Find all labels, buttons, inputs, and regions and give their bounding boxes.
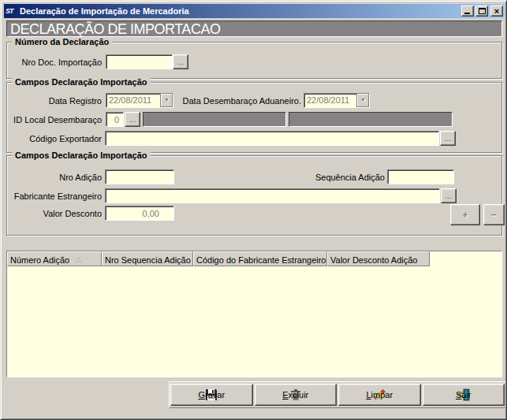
id-local-desembaraco-desc1 bbox=[143, 112, 286, 127]
fabricante-estrangeiro-input[interactable] bbox=[105, 188, 440, 203]
adicoes-grid: Número Adição△Nro Sequencia AdiçãoCódigo… bbox=[6, 251, 502, 377]
close-icon: × bbox=[491, 6, 502, 16]
grid-body[interactable] bbox=[7, 266, 501, 377]
group-numero-title: Número da Declaração bbox=[12, 37, 112, 46]
gravar-button[interactable]: Gravar bbox=[170, 384, 253, 406]
id-local-desembaraco-desc2 bbox=[289, 112, 453, 127]
maximize-icon bbox=[479, 8, 486, 14]
data-registro-value: 22/08/2011 bbox=[106, 94, 160, 107]
data-desembaraco-label: Data Desembaraço Aduaneiro. bbox=[181, 96, 301, 106]
sequencia-adicao-input[interactable] bbox=[387, 169, 454, 184]
nro-doc-importacao-input[interactable] bbox=[106, 54, 173, 69]
remove-adicao-button[interactable]: − bbox=[483, 204, 505, 225]
nro-adicao-input[interactable] bbox=[105, 169, 174, 184]
limpar-button[interactable]: Limpar bbox=[338, 384, 421, 406]
grid-column-label: Valor Desconto Adição bbox=[330, 255, 417, 266]
minimize-icon bbox=[464, 13, 470, 14]
fabricante-estrangeiro-browse-button[interactable]: ... bbox=[441, 188, 457, 203]
nro-doc-importacao-browse-button[interactable]: ... bbox=[173, 54, 188, 69]
action-label: Limpar bbox=[366, 390, 393, 400]
grid-column-header-1[interactable]: Número Adição△ bbox=[7, 251, 102, 266]
id-local-desembaraco-browse-button[interactable]: ... bbox=[125, 112, 140, 127]
group-numero-declaracao: Número da Declaração Nro Doc. Importação… bbox=[6, 42, 502, 79]
action-bar: GravarExcluirLimparSair bbox=[169, 381, 506, 408]
titlebar[interactable]: ST Declaração de Importação de Mercadori… bbox=[4, 4, 505, 18]
sequencia-adicao-label: Sequência Adição bbox=[259, 173, 385, 183]
action-label: Excluir bbox=[282, 390, 308, 400]
app-icon: ST bbox=[6, 6, 18, 17]
minimize-button[interactable] bbox=[461, 6, 474, 17]
grid-column-header-2[interactable]: Nro Sequencia Adição bbox=[102, 251, 193, 266]
close-button[interactable]: × bbox=[490, 6, 503, 17]
chevron-down-icon: ▼ bbox=[160, 94, 173, 107]
codigo-exportador-input[interactable] bbox=[105, 131, 439, 146]
data-registro-label: Data Registro bbox=[7, 96, 102, 106]
chevron-down-icon: ▼ bbox=[356, 94, 369, 107]
id-local-desembaraco-label: ID Local Desembaraço bbox=[7, 115, 102, 125]
group-campos-declaracao-1: Campos Declaração Importação Data Regist… bbox=[6, 82, 502, 153]
add-adicao-button[interactable]: + bbox=[450, 204, 480, 225]
page-title: DECLARAÇÃO DE IMPORTACAO bbox=[6, 20, 502, 37]
codigo-exportador-label: Código Exportador bbox=[7, 134, 102, 144]
fabricante-estrangeiro-label: Fabricante Estrangeiro bbox=[7, 191, 102, 202]
sair-button[interactable]: Sair bbox=[423, 384, 505, 406]
nro-doc-importacao-label: Nro Doc. Importação bbox=[7, 58, 102, 68]
window-title: Declaração de Importação de Mercadoria bbox=[20, 6, 460, 16]
grid-column-label: Número Adição bbox=[10, 255, 69, 266]
nro-adicao-label: Nro Adição bbox=[7, 173, 102, 183]
group-campos2-title: Campos Declaração Importação bbox=[12, 151, 151, 160]
codigo-exportador-browse-button[interactable]: ... bbox=[440, 131, 456, 146]
excluir-button[interactable]: Excluir bbox=[255, 384, 337, 406]
maximize-button[interactable] bbox=[475, 6, 488, 17]
id-local-desembaraco-input[interactable]: 0 bbox=[106, 112, 124, 127]
valor-desconto-label: Valor Desconto bbox=[7, 209, 102, 219]
grid-column-header-4[interactable]: Valor Desconto Adição bbox=[327, 251, 430, 266]
valor-desconto-input[interactable]: 0,00 bbox=[105, 206, 174, 221]
data-registro-combo: 22/08/2011 ▼ bbox=[106, 93, 173, 108]
grid-column-header-3[interactable]: Código do Fabricante Estrangeiro bbox=[193, 251, 327, 266]
app-window: ST Declaração de Importação de Mercadori… bbox=[0, 0, 507, 420]
grid-column-label: Nro Sequencia Adição bbox=[105, 255, 191, 266]
data-desembaraco-value: 22/08/2011 bbox=[304, 94, 356, 107]
data-desembaraco-combo: 22/08/2011 ▼ bbox=[304, 93, 370, 108]
group-campos1-title: Campos Declaração Importação bbox=[12, 77, 151, 87]
grid-header: Número Adição△Nro Sequencia AdiçãoCódigo… bbox=[7, 251, 501, 266]
sort-ascending-icon: △ bbox=[76, 256, 81, 263]
plus-icon: + bbox=[462, 209, 468, 221]
action-label: Gravar bbox=[198, 390, 225, 400]
group-campos-declaracao-2: Campos Declaração Importação Nro Adição … bbox=[6, 155, 502, 236]
grid-column-label: Código do Fabricante Estrangeiro bbox=[196, 255, 326, 266]
minus-icon: − bbox=[491, 209, 498, 221]
action-label: Sair bbox=[456, 390, 472, 400]
